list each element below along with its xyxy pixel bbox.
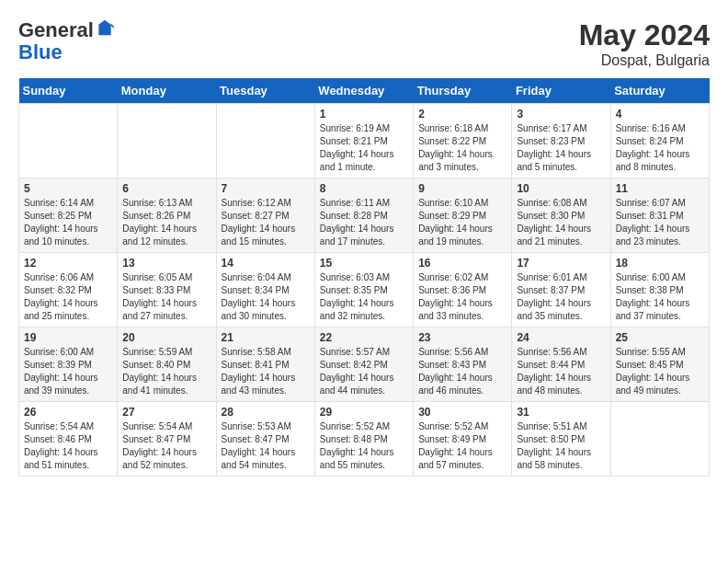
weekday-header-monday: Monday	[118, 78, 216, 104]
calendar-cell: 27Sunrise: 5:54 AM Sunset: 8:47 PM Dayli…	[118, 402, 216, 477]
day-info: Sunrise: 6:14 AM Sunset: 8:25 PM Dayligh…	[24, 197, 112, 248]
day-number: 22	[320, 331, 408, 344]
calendar-cell: 24Sunrise: 5:56 AM Sunset: 8:44 PM Dayli…	[512, 327, 610, 402]
day-number: 12	[24, 257, 112, 270]
calendar-cell: 12Sunrise: 6:06 AM Sunset: 8:32 PM Dayli…	[19, 253, 118, 327]
day-info: Sunrise: 6:13 AM Sunset: 8:26 PM Dayligh…	[122, 197, 210, 248]
day-info: Sunrise: 6:05 AM Sunset: 8:33 PM Dayligh…	[122, 271, 210, 323]
day-number: 18	[616, 257, 704, 270]
calendar-cell: 16Sunrise: 6:02 AM Sunset: 8:36 PM Dayli…	[414, 253, 512, 327]
calendar-cell: 23Sunrise: 5:56 AM Sunset: 8:43 PM Dayli…	[414, 327, 512, 402]
calendar-cell	[19, 104, 118, 178]
day-info: Sunrise: 6:02 AM Sunset: 8:36 PM Dayligh…	[418, 271, 506, 323]
calendar-week-row: 19Sunrise: 6:00 AM Sunset: 8:39 PM Dayli…	[19, 327, 710, 402]
day-number: 7	[222, 182, 310, 195]
calendar-cell: 20Sunrise: 5:59 AM Sunset: 8:40 PM Dayli…	[118, 327, 216, 402]
day-number: 20	[122, 331, 210, 344]
location-subtitle: Dospat, Bulgaria	[579, 52, 710, 69]
day-number: 29	[320, 406, 408, 419]
calendar-cell: 28Sunrise: 5:53 AM Sunset: 8:47 PM Dayli…	[216, 402, 314, 477]
day-info: Sunrise: 5:58 AM Sunset: 8:41 PM Dayligh…	[222, 346, 310, 397]
day-number: 1	[320, 108, 408, 121]
calendar-cell: 13Sunrise: 6:05 AM Sunset: 8:33 PM Dayli…	[118, 253, 216, 327]
day-info: Sunrise: 5:53 AM Sunset: 8:47 PM Dayligh…	[222, 420, 310, 472]
weekday-header-row: SundayMondayTuesdayWednesdayThursdayFrid…	[19, 78, 710, 104]
day-info: Sunrise: 6:19 AM Sunset: 8:21 PM Dayligh…	[320, 122, 408, 174]
day-info: Sunrise: 6:01 AM Sunset: 8:37 PM Dayligh…	[517, 271, 605, 323]
day-number: 24	[517, 331, 605, 344]
title-block: May 2024 Dospat, Bulgaria	[579, 18, 710, 69]
day-info: Sunrise: 6:00 AM Sunset: 8:38 PM Dayligh…	[616, 271, 704, 323]
day-info: Sunrise: 5:52 AM Sunset: 8:49 PM Dayligh…	[418, 420, 506, 472]
day-number: 21	[222, 331, 310, 344]
day-number: 8	[320, 182, 408, 195]
page-header: General Blue May 2024 Dospat, Bulgaria	[18, 18, 710, 69]
day-number: 28	[222, 406, 310, 419]
day-info: Sunrise: 6:03 AM Sunset: 8:35 PM Dayligh…	[320, 271, 408, 323]
day-info: Sunrise: 6:11 AM Sunset: 8:28 PM Dayligh…	[320, 197, 408, 248]
calendar-cell: 26Sunrise: 5:54 AM Sunset: 8:46 PM Dayli…	[19, 402, 118, 477]
calendar-cell: 22Sunrise: 5:57 AM Sunset: 8:42 PM Dayli…	[314, 327, 413, 402]
calendar-cell	[118, 104, 216, 178]
day-info: Sunrise: 5:54 AM Sunset: 8:47 PM Dayligh…	[122, 420, 210, 472]
day-number: 23	[418, 331, 506, 344]
day-number: 5	[24, 182, 112, 195]
calendar-cell: 11Sunrise: 6:07 AM Sunset: 8:31 PM Dayli…	[610, 178, 709, 253]
calendar-cell: 5Sunrise: 6:14 AM Sunset: 8:25 PM Daylig…	[19, 178, 118, 253]
calendar-cell: 10Sunrise: 6:08 AM Sunset: 8:30 PM Dayli…	[512, 178, 610, 253]
calendar-cell: 31Sunrise: 5:51 AM Sunset: 8:50 PM Dayli…	[512, 402, 610, 477]
weekday-header-saturday: Saturday	[610, 78, 709, 104]
calendar-table: SundayMondayTuesdayWednesdayThursdayFrid…	[18, 78, 710, 477]
calendar-cell: 6Sunrise: 6:13 AM Sunset: 8:26 PM Daylig…	[118, 178, 216, 253]
calendar-cell: 3Sunrise: 6:17 AM Sunset: 8:23 PM Daylig…	[512, 104, 610, 178]
day-info: Sunrise: 6:04 AM Sunset: 8:34 PM Dayligh…	[222, 271, 310, 323]
day-info: Sunrise: 5:52 AM Sunset: 8:48 PM Dayligh…	[320, 420, 408, 472]
day-number: 6	[122, 182, 210, 195]
day-info: Sunrise: 5:57 AM Sunset: 8:42 PM Dayligh…	[320, 346, 408, 397]
month-year-title: May 2024	[579, 18, 710, 52]
day-number: 9	[418, 182, 506, 195]
logo-general-text: General	[18, 18, 94, 41]
logo: General Blue	[18, 18, 114, 63]
day-info: Sunrise: 5:54 AM Sunset: 8:46 PM Dayligh…	[24, 420, 112, 472]
calendar-cell: 9Sunrise: 6:10 AM Sunset: 8:29 PM Daylig…	[414, 178, 512, 253]
day-number: 4	[616, 108, 704, 121]
calendar-week-row: 26Sunrise: 5:54 AM Sunset: 8:46 PM Dayli…	[19, 402, 710, 477]
day-info: Sunrise: 6:07 AM Sunset: 8:31 PM Dayligh…	[616, 197, 704, 248]
calendar-cell	[610, 402, 709, 477]
logo-blue-text: Blue	[18, 40, 63, 63]
calendar-cell: 30Sunrise: 5:52 AM Sunset: 8:49 PM Dayli…	[414, 402, 512, 477]
day-info: Sunrise: 5:56 AM Sunset: 8:44 PM Dayligh…	[517, 346, 605, 397]
calendar-week-row: 12Sunrise: 6:06 AM Sunset: 8:32 PM Dayli…	[19, 253, 710, 327]
calendar-cell: 17Sunrise: 6:01 AM Sunset: 8:37 PM Dayli…	[512, 253, 610, 327]
calendar-cell: 8Sunrise: 6:11 AM Sunset: 8:28 PM Daylig…	[314, 178, 413, 253]
calendar-week-row: 1Sunrise: 6:19 AM Sunset: 8:21 PM Daylig…	[19, 104, 710, 178]
day-number: 16	[418, 257, 506, 270]
day-info: Sunrise: 6:17 AM Sunset: 8:23 PM Dayligh…	[517, 122, 605, 174]
day-number: 3	[517, 108, 605, 121]
calendar-cell: 18Sunrise: 6:00 AM Sunset: 8:38 PM Dayli…	[610, 253, 709, 327]
calendar-cell: 21Sunrise: 5:58 AM Sunset: 8:41 PM Dayli…	[216, 327, 314, 402]
weekday-header-tuesday: Tuesday	[216, 78, 314, 104]
weekday-header-wednesday: Wednesday	[314, 78, 413, 104]
day-info: Sunrise: 5:59 AM Sunset: 8:40 PM Dayligh…	[122, 346, 210, 397]
calendar-cell: 29Sunrise: 5:52 AM Sunset: 8:48 PM Dayli…	[314, 402, 413, 477]
day-info: Sunrise: 5:55 AM Sunset: 8:45 PM Dayligh…	[616, 346, 704, 397]
day-number: 2	[418, 108, 506, 121]
calendar-cell: 1Sunrise: 6:19 AM Sunset: 8:21 PM Daylig…	[314, 104, 413, 178]
day-info: Sunrise: 6:12 AM Sunset: 8:27 PM Dayligh…	[222, 197, 310, 248]
calendar-week-row: 5Sunrise: 6:14 AM Sunset: 8:25 PM Daylig…	[19, 178, 710, 253]
calendar-cell: 4Sunrise: 6:16 AM Sunset: 8:24 PM Daylig…	[610, 104, 709, 178]
day-number: 27	[122, 406, 210, 419]
day-number: 25	[616, 331, 704, 344]
day-number: 17	[517, 257, 605, 270]
day-info: Sunrise: 6:18 AM Sunset: 8:22 PM Dayligh…	[418, 122, 506, 174]
day-info: Sunrise: 6:10 AM Sunset: 8:29 PM Dayligh…	[418, 197, 506, 248]
day-number: 31	[517, 406, 605, 419]
day-number: 30	[418, 406, 506, 419]
calendar-cell: 2Sunrise: 6:18 AM Sunset: 8:22 PM Daylig…	[414, 104, 512, 178]
calendar-cell: 14Sunrise: 6:04 AM Sunset: 8:34 PM Dayli…	[216, 253, 314, 327]
day-info: Sunrise: 6:00 AM Sunset: 8:39 PM Dayligh…	[24, 346, 112, 397]
weekday-header-sunday: Sunday	[19, 78, 118, 104]
day-info: Sunrise: 5:51 AM Sunset: 8:50 PM Dayligh…	[517, 420, 605, 472]
